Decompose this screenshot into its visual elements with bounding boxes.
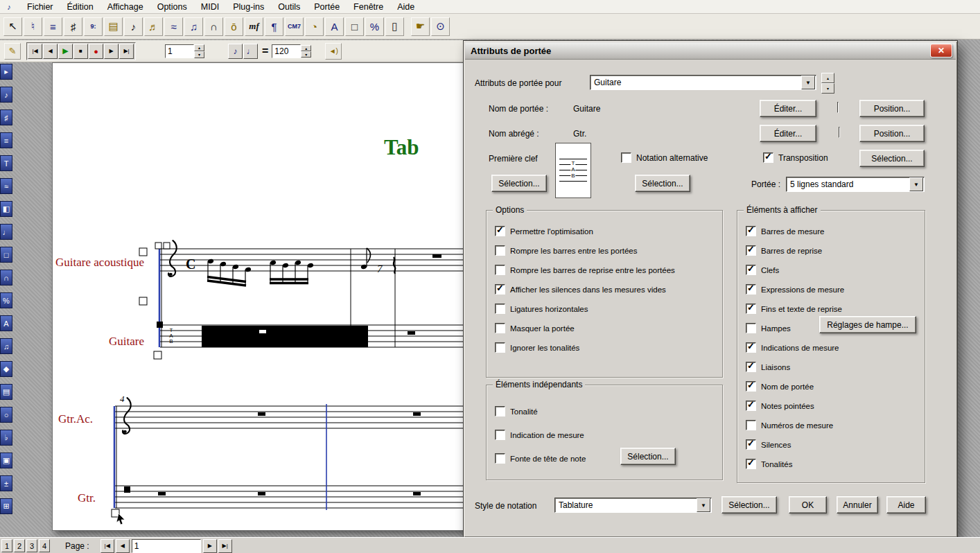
- transposition-selection-button[interactable]: Sélection...: [859, 150, 925, 167]
- palette-tool-icon-19[interactable]: ±: [0, 475, 12, 491]
- lyrics-tool-icon[interactable]: ¶: [265, 17, 283, 36]
- palette-tool-icon-18[interactable]: ▣: [0, 453, 12, 468]
- chord-tool-icon[interactable]: CM7: [285, 17, 304, 36]
- hand-grabber-tool-icon[interactable]: ☛: [411, 17, 430, 36]
- palette-tool-icon-10[interactable]: ∩: [0, 270, 12, 286]
- chevron-down-icon[interactable]: ▼: [909, 177, 923, 191]
- abbr-name-position-checkbox[interactable]: [839, 127, 840, 138]
- opt-flat-beams-checkbox[interactable]: [495, 304, 505, 314]
- disp-staff-name-checkbox[interactable]: [746, 381, 756, 392]
- graphics-tool-icon[interactable]: □: [345, 17, 364, 36]
- edit-abbr-name-button[interactable]: Éditer...: [760, 125, 816, 142]
- page-tile-2[interactable]: 2: [14, 539, 25, 552]
- page-layout-tool-icon[interactable]: ▯: [385, 17, 404, 36]
- dialog-title-bar[interactable]: Attributs de portée ✕: [465, 42, 956, 60]
- next-page-button[interactable]: ▶: [203, 539, 217, 553]
- disp-measure-numbers-checkbox[interactable]: [746, 420, 756, 430]
- opt-optimisation-checkbox[interactable]: [495, 226, 505, 236]
- tempo-beat-icon[interactable]: ♩: [243, 44, 258, 59]
- disp-stems-checkbox[interactable]: [746, 323, 756, 333]
- play-button[interactable]: ▶: [58, 44, 73, 59]
- palette-tool-icon-15[interactable]: ▤: [0, 384, 12, 400]
- staff-tool-icon[interactable]: ♮: [24, 17, 42, 36]
- clef-tool-icon[interactable]: 9:: [84, 17, 103, 36]
- full-name-position-button[interactable]: Position...: [859, 100, 925, 117]
- palette-tool-icon-7[interactable]: ◧: [0, 201, 12, 217]
- time-signature-tool-icon[interactable]: ▤: [104, 17, 123, 36]
- tempo-up-arrow[interactable]: ▴: [301, 45, 311, 51]
- palette-tool-icon-4[interactable]: ≡: [0, 132, 12, 148]
- step-back-button[interactable]: ◀: [43, 44, 58, 59]
- key-signature-tool-icon[interactable]: ♯: [64, 17, 82, 36]
- disp-key-signatures-checkbox[interactable]: [746, 459, 756, 469]
- staff-selection-handles[interactable]: [112, 243, 170, 517]
- page-tile-3[interactable]: 3: [26, 539, 37, 552]
- opt-break-barlines-checkbox[interactable]: [495, 245, 505, 256]
- disp-dotted-notes-checkbox[interactable]: [746, 401, 756, 411]
- opt-hide-staff-checkbox[interactable]: [495, 323, 505, 333]
- palette-tool-icon-5[interactable]: T: [0, 155, 12, 171]
- disp-measure-expressions-checkbox[interactable]: [746, 284, 756, 295]
- notehead-font-selection-button[interactable]: Sélection...: [620, 448, 676, 465]
- chevron-down-icon[interactable]: ▼: [697, 498, 710, 512]
- menu-portee[interactable]: Portée: [307, 1, 347, 13]
- disp-ties-checkbox[interactable]: [746, 362, 756, 372]
- chevron-down-icon[interactable]: ▼: [801, 76, 815, 89]
- palette-tool-icon-8[interactable]: ♩: [0, 224, 12, 240]
- palette-tool-icon-20[interactable]: ⊞: [0, 498, 12, 514]
- slur-tool-icon[interactable]: ∩: [204, 17, 223, 36]
- staff-spinner-down[interactable]: ▾: [821, 83, 834, 94]
- palette-tool-icon-3[interactable]: ♯: [0, 109, 12, 125]
- disp-repeat-bars-checkbox[interactable]: [746, 245, 756, 256]
- palette-tool-icon-1[interactable]: ▸: [0, 64, 12, 80]
- expression-tool-icon[interactable]: mf: [245, 17, 263, 36]
- abbr-name-position-button[interactable]: Position...: [859, 125, 925, 142]
- menu-midi[interactable]: MIDI: [194, 1, 226, 13]
- palette-tool-icon-6[interactable]: ≈: [0, 178, 12, 194]
- menu-fichier[interactable]: Fichier: [20, 1, 60, 13]
- palette-tool-icon-2[interactable]: ♪: [0, 87, 12, 103]
- edit-full-name-button[interactable]: Éditer...: [760, 100, 816, 117]
- page-tile-1[interactable]: 1: [1, 539, 12, 552]
- tempo-input[interactable]: [272, 44, 301, 58]
- stem-settings-button[interactable]: Réglages de hampe...: [819, 316, 916, 333]
- indep-notehead-font-checkbox[interactable]: [495, 453, 505, 464]
- ok-button[interactable]: OK: [789, 496, 827, 514]
- menu-outils[interactable]: Outils: [271, 1, 307, 13]
- smart-shape-tool-icon[interactable]: ≈: [164, 17, 183, 36]
- disp-endings-checkbox[interactable]: [746, 304, 756, 314]
- opt-ignore-keys-checkbox[interactable]: [495, 342, 505, 353]
- palette-tool-icon-14[interactable]: ◆: [0, 361, 12, 377]
- menu-options[interactable]: Options: [150, 1, 194, 13]
- mini-tool-icon[interactable]: ✎: [4, 43, 21, 60]
- palette-tool-icon-12[interactable]: A: [0, 315, 12, 331]
- staff-spinner-up[interactable]: ▴: [821, 73, 834, 83]
- palette-tool-icon-13[interactable]: ♫: [0, 338, 12, 354]
- indep-time-checkbox[interactable]: [495, 430, 505, 440]
- stop-button[interactable]: ■: [73, 44, 88, 59]
- full-name-position-checkbox[interactable]: [837, 102, 839, 113]
- palette-tool-icon-16[interactable]: ○: [0, 407, 12, 423]
- help-button[interactable]: Aide: [886, 496, 926, 514]
- zoom-tool-icon[interactable]: ⊙: [431, 17, 450, 36]
- record-button[interactable]: ●: [89, 44, 103, 59]
- palette-tool-icon-9[interactable]: □: [0, 247, 12, 263]
- tempo-down-arrow[interactable]: ▾: [301, 51, 311, 58]
- counter-up-arrow[interactable]: ▴: [194, 44, 204, 51]
- notation-style-selection-button[interactable]: Sélection...: [721, 496, 777, 514]
- page-number-input[interactable]: [132, 539, 201, 553]
- first-page-button[interactable]: |◀: [100, 539, 114, 553]
- measure-tool-icon[interactable]: ≡: [44, 17, 62, 36]
- cancel-button[interactable]: Annuler: [837, 496, 878, 514]
- page-tile-4[interactable]: 4: [39, 539, 50, 552]
- last-page-button[interactable]: ▶|: [218, 539, 232, 553]
- go-to-start-button[interactable]: |◀: [28, 44, 42, 59]
- go-to-end-button[interactable]: ▶|: [119, 44, 134, 59]
- disp-clefs-checkbox[interactable]: [746, 265, 756, 275]
- speedy-entry-tool-icon[interactable]: ♬: [144, 17, 163, 36]
- counter-down-arrow[interactable]: ▾: [194, 51, 204, 58]
- staff-type-combo[interactable]: 5 lignes standard ▼: [786, 177, 925, 192]
- special-tools-icon[interactable]: ◔: [305, 17, 324, 36]
- palette-tool-icon-11[interactable]: %: [0, 292, 12, 308]
- alt-notation-checkbox[interactable]: [621, 152, 631, 163]
